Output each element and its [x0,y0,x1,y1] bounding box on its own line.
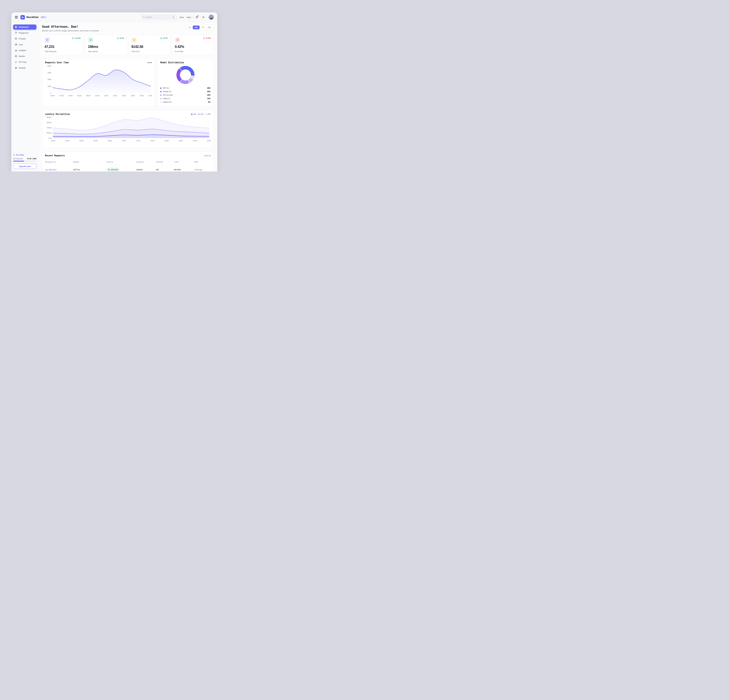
trend-down-badge-icon [203,37,205,39]
range-1h-button[interactable]: 1h [187,26,192,29]
svg-text:6000: 6000 [47,65,51,67]
stat-card-avg-latency: -8.1% 186ms Avg Latency [86,35,126,55]
docs-link[interactable]: Docs [180,16,184,18]
svg-text:20:00: 20:00 [140,95,144,97]
page-subtitle: Monitor your LLM API usage, performance,… [42,30,99,32]
sun-icon [202,16,205,19]
gear-icon [15,67,17,69]
model-distribution-card: Model Distribution GPT-4o38% Claude 3.52… [157,58,213,107]
check-circle-icon [108,168,110,171]
theme-toggle-button[interactable] [201,15,206,20]
column-header[interactable]: MODEL [73,160,106,165]
svg-text:400ms: 400ms [46,116,52,118]
chart-title: Requests Over Time [45,61,69,64]
sidebar-item-playground[interactable]: Playground [13,30,36,35]
svg-text:10:00: 10:00 [95,95,99,97]
help-menu[interactable]: Help [187,16,193,18]
recent-requests-card: Recent Requests View all REQUEST ID MODE… [42,151,213,171]
alert-octagon-icon [175,37,180,42]
svg-text:10:00: 10:00 [122,140,126,142]
book-icon [15,38,17,40]
user-avatar[interactable] [209,15,214,20]
sidebar-item-api-keys[interactable]: API Keys [13,60,36,65]
search-input[interactable] [146,16,170,18]
stat-cards-row: +12.3% 47,231 Total Requests -8.1% [42,35,213,55]
svg-text:050ms: 050ms [46,122,52,123]
sidebar-item-prompts[interactable]: Prompts [13,36,36,41]
usage-progress-bar [13,161,36,161]
svg-text:22:00: 22:00 [207,140,211,142]
svg-text:12:00: 12:00 [104,95,108,97]
view-all-link[interactable]: View all [204,155,211,157]
legend-item: Gemini Pro6% [160,100,211,104]
sidebar-item-logs[interactable]: Logs [13,42,36,47]
trend-up-badge-icon [160,37,162,39]
column-header[interactable]: TOKENS [156,160,174,165]
requests-over-time-card: Requests Over Time 6000450030001500000:0… [42,58,155,107]
bar-chart-icon [15,49,17,52]
cube-icon [15,55,17,57]
stat-value: 186ms [88,45,124,49]
grid-icon [15,26,17,28]
chart-title: Model Distribution [160,61,184,64]
svg-text:08:00: 08:00 [108,140,112,142]
column-header[interactable]: LATENCY [136,160,156,165]
column-header[interactable]: TIME [194,160,211,165]
sidebar-item-settings[interactable]: Settings [13,65,36,70]
search-box[interactable]: ⌘K [141,15,177,20]
range-24h-button[interactable]: 24h [193,26,200,29]
svg-text:350ms: 350ms [46,132,52,134]
range-7d-button[interactable]: 7d [200,26,206,29]
beta-badge: BETA [40,16,46,19]
svg-text:14:00: 14:00 [113,95,117,97]
table-row[interactable]: req_8f3a2b1c GPT-4o success 1240ms 847 $… [45,165,211,171]
column-header[interactable]: COST [174,160,194,165]
column-header[interactable]: STATUS [106,160,136,165]
sidebar-item-analytics[interactable]: Analytics [13,48,36,53]
chevron-down-icon [191,16,193,18]
range-30d-button[interactable]: 30d [206,26,213,29]
top-header: NeuralGate BETA ⌘K Docs Help [12,12,217,22]
donut-legend: GPT-4o38% Claude 3.528% GPT-4o-mini18% L… [160,86,211,104]
main-content: Good Afternoon, Dan! Monitor your LLM AP… [38,22,217,171]
sidebar-item-dashboard[interactable]: Dashboard [13,25,36,30]
bolt-icon [88,37,93,42]
svg-text:14:00: 14:00 [150,140,155,142]
svg-text:16:00: 16:00 [164,140,169,142]
card-menu-button[interactable] [148,62,152,63]
model-donut-chart [176,66,195,84]
stat-label: Avg Latency [88,51,124,52]
svg-text:06:00: 06:00 [77,95,81,97]
svg-text:0ms: 0ms [48,137,52,139]
column-header[interactable]: REQUEST ID [45,160,73,165]
stat-card-error-rate: -0.15% 0.42% Error Rate [172,35,213,55]
sidebar-item-models[interactable]: Models [13,54,36,59]
svg-text:16:00: 16:00 [122,95,126,97]
legend-item: Llama 3.110% [160,97,211,100]
stat-card-total-cost: +5.7% $142.58 Total Cost [129,35,170,55]
desktop-background: NeuralGate BETA ⌘K Docs Help [0,0,229,171]
model-cell: GPT-4o [73,165,106,171]
app-logo[interactable] [20,15,25,20]
svg-text:04:00: 04:00 [79,140,84,142]
svg-text:00:00: 00:00 [51,140,55,142]
app-window: NeuralGate BETA ⌘K Docs Help [12,12,217,171]
svg-text:02:00: 02:00 [65,140,70,142]
time-cell: 2 min ago [194,165,211,171]
upgrade-plan-button[interactable]: Upgrade plan [13,164,36,169]
cost-cell: $0.0032 [174,165,194,171]
table-title: Recent Requests [45,154,65,157]
plan-section: Pro Plan API Requests 47.2K / 100K Upgra… [13,152,36,169]
svg-text:00:00: 00:00 [51,95,55,97]
svg-text:3000: 3000 [47,78,51,80]
latency-percentiles-card: Latency Percentiles p50 p95 p99 400ms050… [42,110,213,148]
stat-value: 0.42% [175,45,211,49]
svg-text:18:00: 18:00 [131,95,135,97]
trend-up-badge-icon [72,37,74,39]
svg-text:12:00: 12:00 [136,140,140,142]
stat-label: Total Requests [45,51,81,52]
change-badge: +12.3% [72,37,81,39]
menu-icon[interactable] [15,16,18,18]
notifications-button[interactable] [195,16,198,19]
request-id-link[interactable]: req_8f3a2b1c [45,165,73,171]
